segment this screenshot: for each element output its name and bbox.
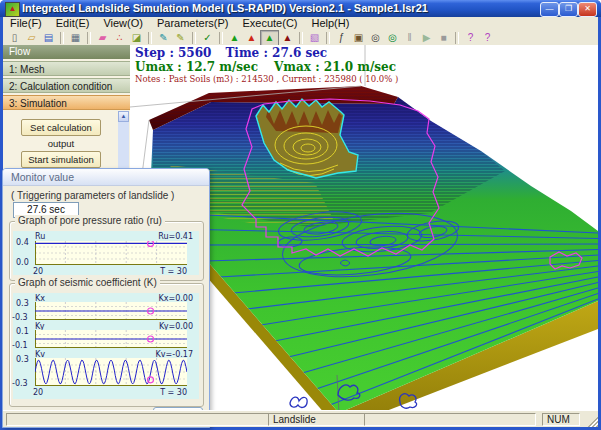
step-value: Step : 5560 (135, 46, 211, 60)
new-file-icon[interactable]: ▯ (6, 31, 23, 45)
ky-ymax: 0.1 (16, 327, 29, 336)
overlay-notes: Notes : Past Soils (m3) : 214530 , Curre… (135, 74, 398, 84)
ru-series-label: Ru (35, 232, 45, 241)
title-bar[interactable]: ▲ Integrated Landslide Simulation Model … (0, 0, 601, 17)
window-title: Integrated Landslide Simulation Model (L… (22, 2, 428, 14)
time-value: Time : 27.6 sec (225, 46, 327, 60)
ru-xmin: 20 (33, 267, 43, 276)
overlay-step-time: Step : 5560Time : 27.6 sec (135, 46, 327, 60)
terrain-layer-icon[interactable]: ◪ (128, 31, 145, 45)
draw-tool-alt-icon[interactable]: ✎ (172, 31, 189, 45)
ky-chart (35, 330, 187, 348)
vmax-value: Vmax : 21.0 m/sec (274, 60, 396, 74)
resize-grip[interactable] (586, 415, 598, 427)
minimize-button[interactable]: — (540, 2, 559, 17)
maximize-button[interactable]: ❐ (559, 2, 578, 17)
app-window: ▲ Integrated Landslide Simulation Model … (0, 0, 601, 430)
toolbar: ▯▱▤▦▰∴◪✎✎✓▲▲▲▲▧ƒ▣◎◎‖▶■?? (3, 30, 598, 46)
monitor-title: Monitor value (11, 171, 74, 183)
pore-pressure-group-label: Graph of pore pressure ratio (ru) (15, 215, 165, 226)
umax-value: Umax : 12.7 m/sec (135, 60, 258, 74)
menu-bar: File(F)Edit(E)View(O)Parameters(P)Execut… (3, 17, 598, 30)
app-icon: ▲ (5, 2, 20, 17)
status-cell-num: NUM (542, 413, 580, 426)
ru-xmax: T = 30 (137, 267, 187, 276)
mountain-active-icon[interactable]: ▲ (260, 30, 279, 46)
open-folder-icon[interactable]: ▱ (23, 31, 40, 45)
start-simulation-button[interactable]: Start simulation (21, 151, 101, 168)
monitor-subtitle: ( Triggering parameters of landslide ) (11, 190, 174, 201)
mesh-grid-icon[interactable]: ▦ (67, 31, 84, 45)
mountain-darkred-icon[interactable]: ▲ (279, 31, 296, 45)
status-cell-message (6, 413, 270, 426)
help-icon[interactable]: ? (462, 31, 479, 45)
close-button[interactable]: ✕ (578, 2, 597, 17)
menu-file[interactable]: File(F) (3, 17, 49, 30)
kv-ymin: -0.3 (12, 379, 28, 388)
monitor-value-window: Monitor value ( Triggering parameters of… (2, 168, 210, 428)
save-icon[interactable]: ▤ (40, 31, 57, 45)
status-cell-progress (364, 413, 536, 426)
ru-ymin: 0.0 (16, 258, 29, 267)
ru-ymax: 0.4 (16, 238, 29, 247)
mountain-red-icon[interactable]: ▲ (243, 31, 260, 45)
kx-ymax: 0.3 (16, 299, 29, 308)
seismic-xmin: 20 (33, 388, 43, 397)
draw-tool-icon[interactable]: ✎ (155, 31, 172, 45)
flow-step-simulation[interactable]: 3: Simulation (3, 95, 130, 110)
kv-ymax: 0.3 (16, 355, 29, 364)
seismic-group-label: Graph of seismic coefficient (K) (15, 277, 160, 288)
stop-icon[interactable]: ■ (435, 31, 452, 45)
status-cell-landslide: Landslide (268, 413, 366, 426)
kx-ymin: -0.3 (12, 313, 28, 322)
area-select-icon[interactable]: ▰ (94, 31, 111, 45)
set-calculation-output-button[interactable]: Set calculation output (21, 119, 101, 136)
flow-step-mesh[interactable]: 1: Mesh (3, 61, 130, 76)
ru-current-label: Ru=0.41 (123, 232, 193, 241)
mountain-green-icon[interactable]: ▲ (226, 31, 243, 45)
monitor-title-bar[interactable]: Monitor value (3, 169, 209, 186)
seismic-xmax: T = 30 (137, 388, 187, 397)
kv-chart (35, 358, 187, 386)
kx-chart (35, 302, 187, 320)
flow-panel-header: Flow (3, 45, 130, 59)
flow-step-calculation-condition[interactable]: 2: Calculation condition (3, 78, 130, 93)
ky-ymin: -0.1 (12, 341, 28, 350)
check-option-icon[interactable]: ✓ (199, 31, 216, 45)
menu-parameters[interactable]: Parameters(P) (150, 17, 236, 30)
scroll-up-icon[interactable]: ▲ (118, 111, 129, 122)
snapshot-icon[interactable]: ▧ (306, 31, 323, 45)
pause-icon[interactable]: ‖ (401, 31, 418, 45)
clipboard-icon[interactable]: ▣ (350, 31, 367, 45)
status-bar: Landslide NUM (3, 410, 598, 427)
play-icon[interactable]: ▶ (418, 31, 435, 45)
menu-execute[interactable]: Execute(C) (235, 17, 304, 30)
menu-edit[interactable]: Edit(E) (49, 17, 97, 30)
overlay-velocity: Umax : 12.7 m/secVmax : 21.0 m/sec (135, 60, 396, 74)
pore-pressure-chart (35, 241, 187, 265)
function-icon[interactable]: ƒ (333, 31, 350, 45)
point-data-icon[interactable]: ∴ (111, 31, 128, 45)
context-help-icon[interactable]: ? (479, 31, 496, 45)
search-icon[interactable]: ◎ (367, 31, 384, 45)
search-green-icon[interactable]: ◎ (384, 31, 401, 45)
menu-view[interactable]: View(O) (96, 17, 150, 30)
menu-help[interactable]: Help(H) (305, 17, 357, 30)
